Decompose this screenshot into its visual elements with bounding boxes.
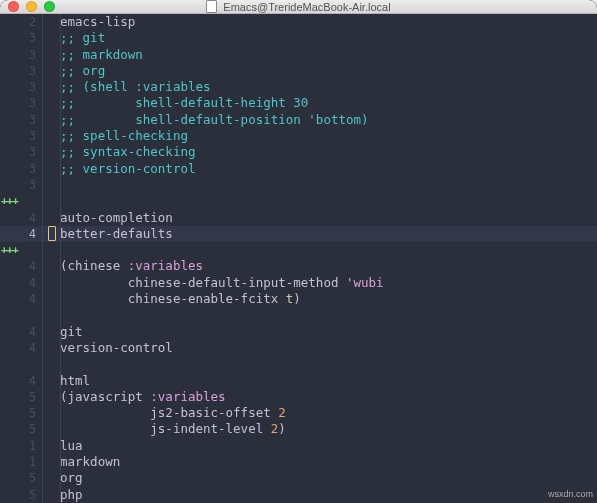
- line-number: 4: [18, 275, 42, 291]
- code-text: ;; org: [60, 63, 105, 79]
- code-text: auto-completion: [60, 210, 173, 226]
- code-text: ;; git: [60, 30, 105, 46]
- line-number: 4: [18, 340, 42, 356]
- diff-marker: +++: [0, 242, 18, 258]
- line-number: 1: [18, 438, 42, 454]
- code-text: better-defaults: [60, 226, 173, 242]
- code-text: chinese-default-input-method 'wubi: [60, 275, 384, 291]
- code-line[interactable]: 1lua: [0, 438, 597, 454]
- code-text: html: [60, 373, 90, 389]
- code-line[interactable]: 3;; spell-checking: [0, 128, 597, 144]
- line-number: 4: [18, 373, 42, 389]
- code-line[interactable]: 3: [0, 177, 597, 193]
- code-line[interactable]: 3;; git: [0, 30, 597, 46]
- line-number: 5: [18, 470, 42, 486]
- diff-marker: +++: [0, 193, 18, 209]
- code-line[interactable]: 3;; markdown: [0, 47, 597, 63]
- code-line[interactable]: 3;; org: [0, 63, 597, 79]
- title-wrap: Emacs@TrerideMacBook-Air.local: [8, 0, 589, 13]
- code-line[interactable]: 1markdown: [0, 454, 597, 470]
- editor-area[interactable]: 2emacs-lisp3;; git3;; markdown3;; org3;;…: [0, 14, 597, 503]
- line-number: 5: [18, 487, 42, 503]
- code-text: js2-basic-offset 2: [60, 405, 286, 421]
- line-number: 4: [18, 324, 42, 340]
- line-number: 2: [18, 14, 42, 30]
- code-line[interactable]: 4 chinese-enable-fcitx t): [0, 291, 597, 307]
- code-text: emacs-lisp: [60, 14, 135, 30]
- code-text: ;; (shell :variables: [60, 79, 211, 95]
- code-line[interactable]: 3;; syntax-checking: [0, 144, 597, 160]
- code-line[interactable]: [0, 307, 597, 323]
- line-number: 1: [18, 454, 42, 470]
- line-number: 3: [18, 112, 42, 128]
- code-line[interactable]: 3;; shell-default-position 'bottom): [0, 112, 597, 128]
- code-text: ;; markdown: [60, 47, 143, 63]
- titlebar[interactable]: Emacs@TrerideMacBook-Air.local: [0, 0, 597, 14]
- code-line[interactable]: 4version-control: [0, 340, 597, 356]
- line-number: 5: [18, 405, 42, 421]
- line-number: 3: [18, 63, 42, 79]
- gutter-divider: [42, 14, 43, 503]
- line-number: 5: [18, 421, 42, 437]
- code-text: ;; shell-default-height 30: [60, 95, 308, 111]
- line-number: 4: [18, 258, 42, 274]
- code-text: js-indent-level 2): [60, 421, 286, 437]
- indent-guide: [60, 14, 61, 503]
- code-text: lua: [60, 438, 83, 454]
- code-line[interactable]: 4(chinese :variables: [0, 258, 597, 274]
- line-number: 3: [18, 47, 42, 63]
- zoom-icon[interactable]: [44, 1, 55, 12]
- code-text: php: [60, 487, 83, 503]
- line-number: 3: [18, 128, 42, 144]
- line-number: 3: [18, 144, 42, 160]
- watermark: wsxdn.com: [548, 489, 593, 499]
- line-number: 4: [18, 291, 42, 307]
- code-line[interactable]: 3;; shell-default-height 30: [0, 95, 597, 111]
- code-text: ;; version-control: [60, 161, 195, 177]
- line-number: 3: [18, 177, 42, 193]
- code-line[interactable]: 5php: [0, 487, 597, 503]
- line-number: 3: [18, 79, 42, 95]
- line-number: 3: [18, 30, 42, 46]
- code-text: org: [60, 470, 83, 486]
- code-line[interactable]: 2emacs-lisp: [0, 14, 597, 30]
- code-line[interactable]: 5(javascript :variables: [0, 389, 597, 405]
- code-line[interactable]: [0, 356, 597, 372]
- code-text: (chinese :variables: [60, 258, 203, 274]
- cursor-icon: [48, 226, 56, 241]
- code-text: (javascript :variables: [60, 389, 226, 405]
- code-line[interactable]: 5org: [0, 470, 597, 486]
- code-line[interactable]: 4auto-completion: [0, 210, 597, 226]
- line-number: 4: [18, 210, 42, 226]
- code-line[interactable]: 5 js-indent-level 2): [0, 421, 597, 437]
- code-text: ;; syntax-checking: [60, 144, 195, 160]
- code-line[interactable]: 3;; (shell :variables: [0, 79, 597, 95]
- code-line[interactable]: 5 js2-basic-offset 2: [0, 405, 597, 421]
- traffic-lights: [8, 1, 55, 12]
- code-line[interactable]: +++: [0, 242, 597, 258]
- code-text: version-control: [60, 340, 173, 356]
- minimize-icon[interactable]: [26, 1, 37, 12]
- code-line[interactable]: 4better-defaults: [0, 226, 597, 242]
- line-number: 5: [18, 389, 42, 405]
- code-line[interactable]: +++: [0, 193, 597, 209]
- code-text: ;; shell-default-position 'bottom): [60, 112, 369, 128]
- code-text: git: [60, 324, 83, 340]
- code-line[interactable]: 4html: [0, 373, 597, 389]
- emacs-window: Emacs@TrerideMacBook-Air.local 2emacs-li…: [0, 0, 597, 503]
- close-icon[interactable]: [8, 1, 19, 12]
- code-line[interactable]: 3;; version-control: [0, 161, 597, 177]
- code-text: chinese-enable-fcitx t): [60, 291, 301, 307]
- code-line[interactable]: 4git: [0, 324, 597, 340]
- code-line[interactable]: 4 chinese-default-input-method 'wubi: [0, 275, 597, 291]
- window-title: Emacs@TrerideMacBook-Air.local: [223, 1, 390, 13]
- document-icon: [206, 0, 217, 13]
- code-text: ;; spell-checking: [60, 128, 188, 144]
- code-text: markdown: [60, 454, 120, 470]
- line-number: 3: [18, 95, 42, 111]
- line-number: 4: [18, 226, 42, 242]
- line-number: 3: [18, 161, 42, 177]
